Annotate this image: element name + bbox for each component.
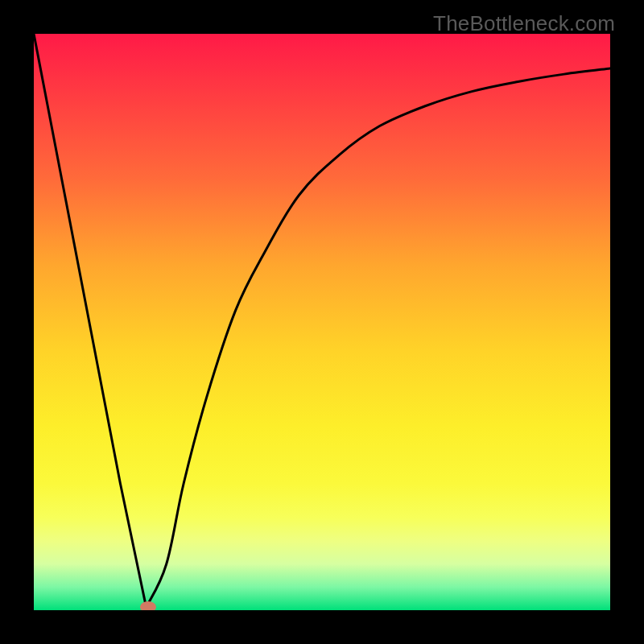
bottleneck-curve [34,34,610,607]
plot-area [34,34,610,610]
chart-frame: TheBottleneck.com [0,0,644,644]
attribution-text: TheBottleneck.com [433,11,615,36]
optimal-point-marker [140,601,156,610]
curve-layer [34,34,610,610]
